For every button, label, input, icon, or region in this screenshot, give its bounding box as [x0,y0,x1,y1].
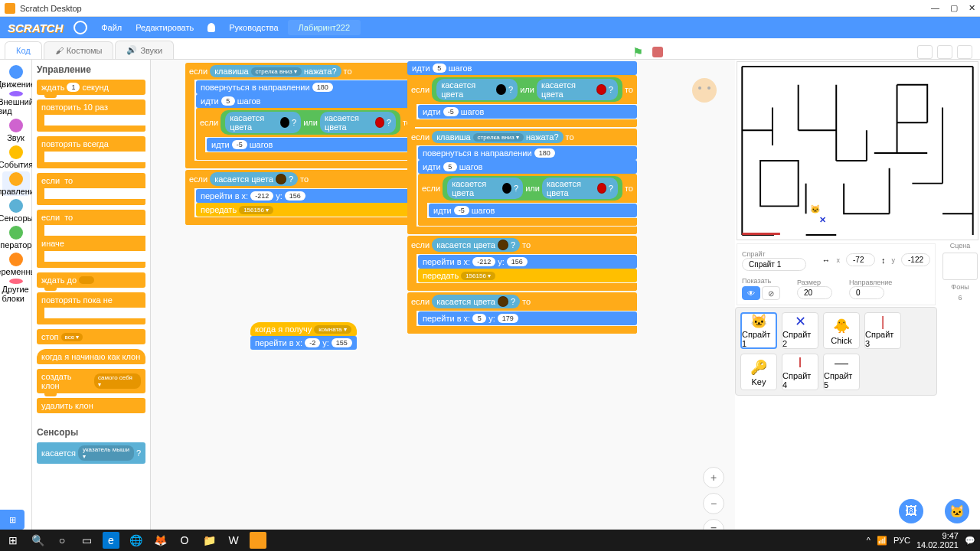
block-wait[interactable]: ждать1секунд [37,80,145,95]
block-when-clone[interactable]: когда я начинаю как клон [37,349,145,364]
lang-indicator[interactable]: РУС [893,536,910,545]
scratch-logo: SCRATCH [8,21,63,34]
stage-small-button[interactable] [917,45,933,59]
edit-menu[interactable]: Редактировать [136,23,194,32]
block-touching[interactable]: касаетсяуказатель мыши ▾? [37,442,145,464]
green-flag-button[interactable]: ⚑ [632,45,646,59]
wifi-icon[interactable]: 📶 [877,536,887,546]
svg-text:✕: ✕ [819,215,826,224]
cat-control[interactable]: Управление [2,171,30,196]
main-area: Движение Внешний вид Звук События Управл… [0,60,980,551]
add-sprite-fab[interactable]: 🐱 [945,499,969,523]
script-stack-1[interactable]: есликлавишастрелка вниз ▾нажата?то повер… [185,63,415,225]
block-delete-clone[interactable]: удалить клон [37,398,145,413]
cat-motion[interactable]: Движение [2,64,30,89]
sprite-info-panel: Спрайт ↔x ↕y Показать 👁 ⊘ [737,243,936,305]
window-title: Scratch Desktop [20,4,82,13]
script-canvas[interactable]: есликлавишастрелка вниз ▾нажата?то повер… [151,60,735,551]
sprite-tile[interactable]: 🐥Chick [823,312,860,349]
start-button[interactable]: ⊞ [5,532,21,549]
show-sprite-button[interactable]: 👁 [742,286,760,300]
sprites-grid: 🐱Спрайт 1✕Спрайт 2🐥Chick|Спрайт 3🔑KeyIСп… [735,307,937,396]
cat-events[interactable]: События [2,145,30,169]
block-repeat[interactable]: повторить10раз [37,99,145,132]
titlebar: Scratch Desktop — ▢ ✕ [0,0,980,17]
menubar: SCRATCH Файл Редактировать Руководства Л… [0,17,980,38]
sprite-tile[interactable]: 🔑Key [740,354,777,390]
tabs-bar: Код 🖌 Костюмы 🔊 Звуки ⚑ [0,38,980,60]
sprite-name-input[interactable] [742,258,806,271]
block-if[interactable]: еслито [37,173,145,205]
stage-preview[interactable]: ✕ 🐱 [737,61,978,240]
sprite-watermark-icon [689,75,720,106]
sprite-tile[interactable]: —Спрайт 5 [823,354,860,390]
maximize-button[interactable]: ▢ [950,3,958,13]
tab-costumes[interactable]: 🖌 Костюмы [44,41,114,59]
sprite-tile[interactable]: IСпрайт 4 [782,354,818,390]
opera-icon[interactable]: O [176,532,193,549]
palette-header: Управление [37,64,145,75]
sensors-header: Сенсоры [37,427,145,438]
cat-variables[interactable]: Переменные [2,252,30,276]
cortana-icon[interactable]: ○ [54,532,70,549]
explorer-icon[interactable]: 📁 [201,532,217,549]
script-stack-3[interactable]: идти5шагов есликасается цвета?иликасаетс… [407,61,637,334]
category-column: Движение Внешний вид Звук События Управл… [0,60,32,551]
cat-looks[interactable]: Внешний вид [2,91,30,116]
block-forever[interactable]: повторять всегда [37,136,145,168]
cat-sound[interactable]: Звук [2,118,30,142]
sprite-tile[interactable]: |Спрайт 3 [864,312,901,349]
add-backdrop-fab[interactable]: 🖼 [899,499,923,523]
extension-button[interactable]: ⊞ [0,510,24,530]
notifications-icon[interactable]: 💬 [965,536,975,546]
tab-code[interactable]: Код [5,41,42,59]
taskview-icon[interactable]: ▭ [78,532,95,549]
hide-sprite-button[interactable]: ⊘ [762,286,780,300]
sprite-size-input[interactable] [797,286,832,299]
stop-button[interactable] [652,47,663,57]
taskbar: ⊞ 🔍 ○ ▭ e 🌐 🦊 O 📁 W ^ 📶 РУС 9:4714.02.20… [0,530,980,551]
scratch-taskbar-icon[interactable] [250,532,266,549]
tray-up-icon[interactable]: ^ [867,536,871,545]
zoom-out-button[interactable]: − [703,493,724,514]
cat-operators[interactable]: Операторы [2,225,30,249]
project-name-input[interactable]: Лабиринт222 [288,20,361,35]
sprite-tile[interactable]: 🐱Спрайт 1 [740,312,777,349]
stage-column: Сцена Фоны 6 [940,242,980,396]
svg-point-2 [707,86,710,90]
block-if-else[interactable]: еслитоиначе [37,210,145,268]
clock[interactable]: 9:4714.02.2021 [916,531,959,549]
app-icon [5,3,15,14]
script-stack-2[interactable]: когда я получукомната ▾ перейти в x:-2y:… [250,322,357,350]
chrome-icon[interactable]: 🌐 [127,532,144,549]
stage-thumb[interactable] [942,253,978,280]
block-palette[interactable]: Управление ждать1секунд повторить10раз п… [32,60,151,551]
block-create-clone[interactable]: создать клонсамого себя ▾ [37,369,145,393]
word-icon[interactable]: W [225,532,242,549]
sprite-label: Спрайт [742,250,766,258]
svg-rect-6 [742,233,780,235]
search-icon[interactable]: 🔍 [29,532,46,549]
block-repeat-until[interactable]: повторять пока не [37,292,145,324]
minimize-button[interactable]: — [931,3,939,13]
stage-full-button[interactable] [957,45,972,59]
svg-point-1 [698,86,701,90]
cat-sensing[interactable]: Сенсоры [2,198,30,223]
edge-icon[interactable]: e [103,532,119,549]
block-wait-until[interactable]: ждать до [37,272,145,288]
stage-large-button[interactable] [937,45,952,59]
firefox-icon[interactable]: 🦊 [152,532,168,549]
file-menu[interactable]: Файл [101,23,122,32]
sprite-y-input[interactable] [901,253,930,266]
block-stop[interactable]: стопвсе ▾ [37,329,145,344]
close-button[interactable]: ✕ [969,3,975,13]
tab-sounds[interactable]: 🔊 Звуки [115,41,174,59]
sprite-tile[interactable]: ✕Спрайт 2 [782,312,818,349]
sprite-direction-input[interactable] [849,286,884,299]
sprite-x-input[interactable] [846,253,875,266]
zoom-in-button[interactable]: + [703,467,724,488]
globe-icon[interactable] [74,21,87,34]
tutorials-menu[interactable]: Руководства [229,23,278,32]
svg-text:🐱: 🐱 [810,204,821,214]
cat-myblocks[interactable]: Другие блоки [2,279,30,303]
